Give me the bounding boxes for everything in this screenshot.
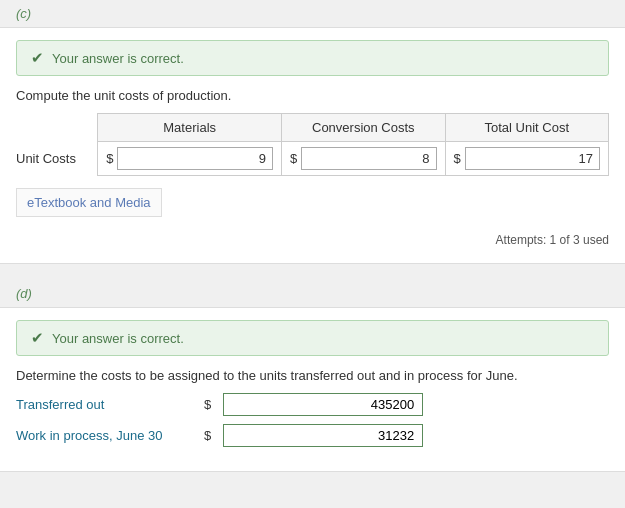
conversion-currency: $ [290, 151, 301, 166]
unit-cost-table: Materials Conversion Costs Total Unit Co… [16, 113, 609, 176]
instruction-d: Determine the costs to be assigned to th… [16, 368, 609, 383]
costs-row-1: Work in process, June 30 $ [16, 424, 609, 447]
attempts-c: Attempts: 1 of 3 used [16, 233, 609, 247]
costs-table: Transferred out $ Work in process, June … [16, 393, 609, 447]
unit-costs-row: Unit Costs $ $ $ [16, 142, 609, 176]
section-d: ✔ Your answer is correct. Determine the … [0, 307, 625, 472]
success-alert-d: ✔ Your answer is correct. [16, 320, 609, 356]
costs-symbol-0: $ [204, 397, 211, 412]
etextbook-link[interactable]: eTextbook and Media [16, 188, 162, 217]
header-materials: Materials [98, 114, 282, 142]
success-alert-c: ✔ Your answer is correct. [16, 40, 609, 76]
costs-row-0: Transferred out $ [16, 393, 609, 416]
materials-input[interactable] [117, 147, 273, 170]
costs-label-0: Transferred out [16, 397, 196, 412]
costs-input-0[interactable] [223, 393, 423, 416]
section-d-label: (d) [0, 280, 625, 307]
section-c-label: (c) [0, 0, 625, 27]
costs-input-1[interactable] [223, 424, 423, 447]
materials-cell: $ [98, 142, 282, 176]
conversion-input[interactable] [301, 147, 436, 170]
header-total: Total Unit Cost [445, 114, 608, 142]
check-icon-d: ✔ [31, 329, 44, 347]
header-conversion: Conversion Costs [282, 114, 445, 142]
total-input[interactable] [465, 147, 600, 170]
total-cell: $ [445, 142, 608, 176]
check-icon-c: ✔ [31, 49, 44, 67]
materials-currency: $ [106, 151, 117, 166]
costs-symbol-1: $ [204, 428, 211, 443]
row-label-unit-costs: Unit Costs [16, 142, 98, 176]
instruction-c: Compute the unit costs of production. [16, 88, 609, 103]
conversion-cell: $ [282, 142, 445, 176]
costs-label-1: Work in process, June 30 [16, 428, 196, 443]
section-c: ✔ Your answer is correct. Compute the un… [0, 27, 625, 264]
total-currency: $ [454, 151, 465, 166]
